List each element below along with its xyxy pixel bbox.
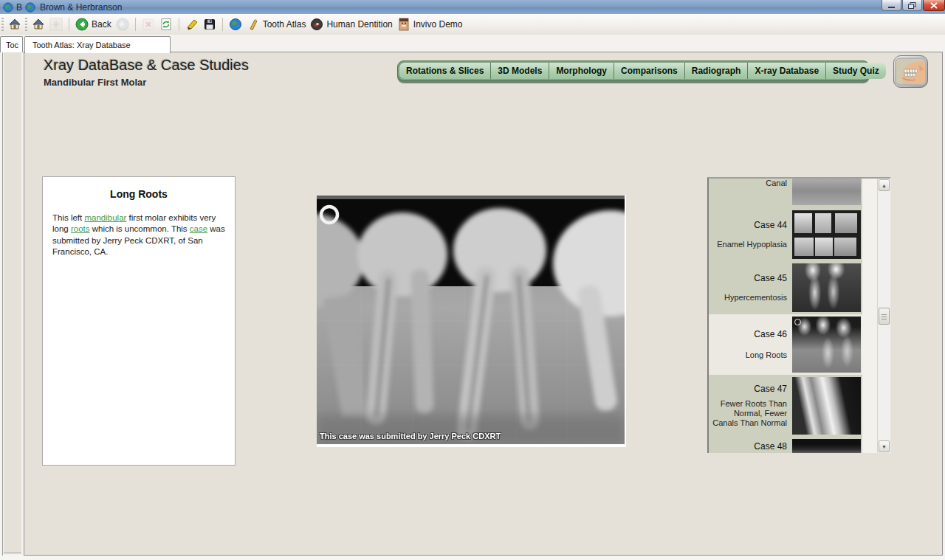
- save-button[interactable]: [201, 16, 219, 32]
- case-list-scrollbar[interactable]: ▲ ▼: [877, 179, 890, 453]
- case-rows: Canal Case 44 Enamel Hypoplasia Case 45 …: [709, 179, 862, 453]
- case-subtitle: Enamel Hypoplasia: [717, 240, 787, 249]
- roots-link[interactable]: roots: [71, 224, 90, 233]
- xray-thumbnail[interactable]: [792, 263, 861, 312]
- description-text: which is uncommon. This: [90, 224, 190, 233]
- tab-xray-database-label: Tooth Atlas: Xray Database: [32, 41, 131, 49]
- invivo-demo-icon: [397, 18, 410, 31]
- case-description: This left mandibular first molar exhibit…: [52, 212, 226, 258]
- window-controls: [881, 0, 945, 12]
- home-button[interactable]: [6, 16, 24, 32]
- stop-button-disabled: [140, 16, 157, 32]
- toolbar-separator: [135, 18, 136, 31]
- case-description-card: Long Roots This left mandibular first mo…: [42, 176, 236, 466]
- radiograph-caption: This case was submitted by Jerry Peck CD…: [320, 432, 501, 440]
- case-row-48-partial[interactable]: Case 48: [709, 437, 862, 453]
- scroll-up-button[interactable]: ▲: [879, 179, 890, 191]
- page-title: Xray DataBase & Case Studies: [44, 57, 249, 74]
- options-button-disabled: [47, 16, 65, 32]
- toolbar: Back: [0, 14, 945, 35]
- dentition-profile-icon: [895, 58, 927, 86]
- back-button[interactable]: Back: [73, 16, 114, 32]
- minimize-button[interactable]: [882, 0, 901, 11]
- human-dentition-label: Human Dentition: [326, 19, 392, 30]
- left-pane-divider: [2, 52, 3, 556]
- case-subtitle: Hypercementosis: [724, 293, 787, 303]
- case-row-46-selected[interactable]: Case 46 Long Roots: [709, 314, 862, 375]
- app-window: B Brown & Herbranson: [0, 0, 945, 560]
- globe-icon: [229, 18, 242, 31]
- globe-icon: [3, 2, 13, 13]
- forward-icon: [116, 18, 129, 31]
- window-title: Brown & Herbranson: [40, 2, 122, 13]
- human-dentition-link[interactable]: Human Dentition: [308, 16, 394, 32]
- case-title: Case 44: [754, 220, 787, 230]
- tab-xray-database[interactable]: Tooth Atlas: Xray Database: [24, 36, 171, 53]
- save-icon: [203, 18, 216, 31]
- nav-morphology[interactable]: Morphology: [549, 63, 614, 79]
- description-text: This left: [52, 213, 84, 222]
- case-row-45[interactable]: Case 45 Hypercementosis: [709, 261, 862, 314]
- tab-toc[interactable]: Toc: [0, 36, 23, 52]
- case-list-panel: Canal Case 44 Enamel Hypoplasia Case 45 …: [707, 177, 890, 453]
- minimize-icon: [887, 2, 896, 9]
- home-icon: [32, 18, 45, 31]
- invivo-demo-label: Invivo Demo: [413, 19, 463, 30]
- xray-thumbnail[interactable]: [792, 179, 861, 205]
- close-button[interactable]: [923, 0, 945, 11]
- toolbar-grip: [25, 18, 27, 31]
- nav-rotations-slices[interactable]: Rotations & Slices: [399, 63, 491, 79]
- case-subtitle: Long Roots: [746, 350, 787, 360]
- radiograph-image: This case was submitted by Jerry Peck CD…: [317, 196, 626, 447]
- mandibular-link[interactable]: mandibular: [84, 213, 126, 222]
- nav-3d-models[interactable]: 3D Models: [491, 63, 549, 79]
- case-subtitle: Canal: [766, 179, 787, 188]
- nav-study-quiz[interactable]: Study Quiz: [826, 63, 886, 79]
- nav-radiograph[interactable]: Radiograph: [685, 63, 749, 79]
- highlighter-icon: [185, 18, 199, 31]
- marker-ring: [794, 319, 801, 325]
- case-title: Case 48: [754, 441, 787, 452]
- highlighter-button[interactable]: [183, 16, 201, 32]
- tooth-atlas-link[interactable]: Tooth Atlas: [244, 16, 309, 32]
- radiograph-rendering: [317, 196, 625, 444]
- case-title: Long Roots: [43, 188, 235, 200]
- refresh-icon: [159, 18, 173, 31]
- scroll-down-button[interactable]: ▼: [879, 440, 890, 452]
- nav-xray-database[interactable]: X-ray Database: [748, 63, 826, 79]
- human-dentition-icon: [310, 18, 323, 31]
- forward-button-disabled: [114, 16, 131, 32]
- case-link[interactable]: case: [190, 224, 207, 233]
- main-panel: Xray DataBase & Case Studies Mandibular …: [24, 52, 943, 556]
- section-nav: Rotations & Slices 3D Models Morphology …: [397, 61, 870, 81]
- refresh-button[interactable]: [157, 16, 175, 32]
- case-row-44[interactable]: Case 44 Enamel Hypoplasia: [709, 208, 862, 261]
- xray-thumbnail[interactable]: [792, 210, 861, 259]
- title-bar: B Brown & Herbranson: [0, 0, 945, 15]
- window-bottom-edge: [0, 556, 945, 560]
- home-button-secondary[interactable]: [30, 16, 47, 32]
- dentition-profile-button[interactable]: [893, 55, 928, 88]
- back-button-label: Back: [92, 19, 111, 30]
- case-title: Case 47: [754, 384, 787, 394]
- tab-bar: Toc Tooth Atlas: Xray Database: [0, 35, 945, 52]
- sparkle-icon: [49, 18, 63, 31]
- nav-comparisons[interactable]: Comparisons: [614, 63, 685, 79]
- restore-button[interactable]: [902, 0, 922, 11]
- toolbar-separator: [69, 18, 69, 31]
- tab-toc-label: Toc: [6, 41, 18, 49]
- web-button[interactable]: [227, 16, 244, 32]
- page-subtitle: Mandibular First Molar: [44, 77, 146, 88]
- xray-thumbnail[interactable]: [792, 377, 861, 435]
- xray-thumbnail[interactable]: [792, 317, 861, 373]
- case-row-47[interactable]: Case 47 Fewer Roots Than Normal, Fewer C…: [709, 375, 862, 437]
- invivo-demo-link[interactable]: Invivo Demo: [395, 16, 465, 32]
- background-window-title: B: [16, 2, 22, 13]
- toolbar-separator: [222, 18, 223, 31]
- back-icon: [75, 18, 89, 31]
- case-row-partial-top[interactable]: Canal: [709, 179, 862, 208]
- xray-thumbnail[interactable]: [792, 439, 861, 453]
- tooth-atlas-icon: [247, 18, 260, 31]
- toc-pane-sliver: [4, 52, 21, 553]
- scrollbar-thumb[interactable]: [879, 308, 890, 325]
